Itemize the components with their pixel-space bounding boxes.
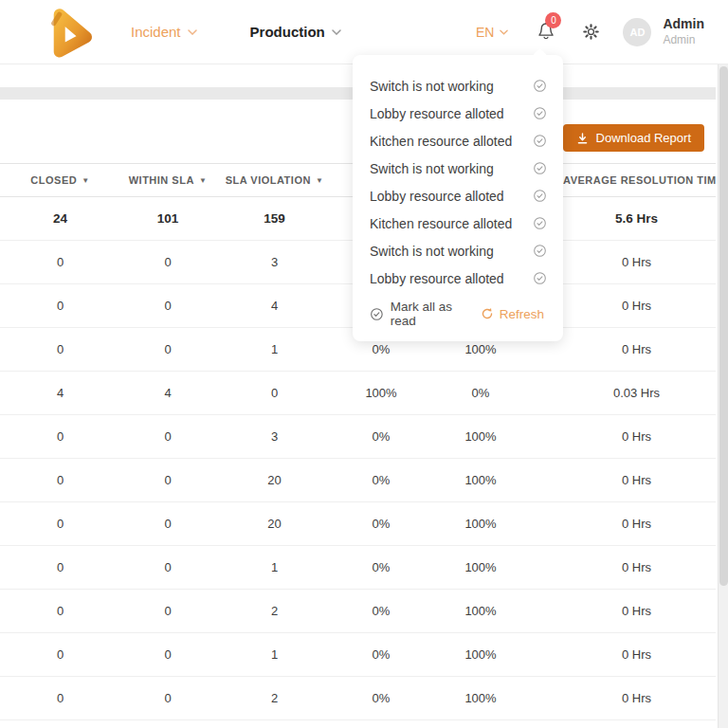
header-right: EN 0 xyxy=(476,16,728,47)
table-cell: 0 xyxy=(0,633,120,677)
table-cell: 0% xyxy=(334,546,428,590)
table-row: 0010%100%0 Hrs xyxy=(0,633,716,677)
table-cell: 3 xyxy=(215,415,334,459)
dropdown-footer: Mark all as read Refresh xyxy=(370,300,544,328)
table-cell: 0% xyxy=(334,459,428,502)
table-row: 0010%100%0 Hrs xyxy=(0,546,716,590)
notification-item[interactable]: Lobby resource alloted xyxy=(353,264,563,292)
notification-label: Switch is not working xyxy=(370,161,494,176)
notification-count-badge: 0 xyxy=(545,12,561,28)
table-cell: 0 Hrs xyxy=(533,459,716,502)
table-row: 0020%100%0 Hrs xyxy=(0,590,716,633)
brand-logo[interactable] xyxy=(27,3,102,62)
table-row: 0030%100%0 Hrs xyxy=(0,415,716,459)
mark-read-icon[interactable] xyxy=(533,189,547,203)
nav-production-label: Production xyxy=(250,24,325,40)
language-label: EN xyxy=(476,25,494,40)
table-cell: 0 xyxy=(0,415,120,459)
table-cell: 0 xyxy=(120,502,215,546)
sort-caret-icon[interactable]: ▼ xyxy=(199,176,207,185)
mark-read-icon[interactable] xyxy=(533,244,547,258)
nav-item-production[interactable]: Production xyxy=(250,24,341,40)
brand-logo-icon xyxy=(27,4,100,61)
notification-item[interactable]: Switch is not working xyxy=(353,72,563,100)
table-cell: 0 xyxy=(0,459,120,502)
refresh-label: Refresh xyxy=(500,307,544,321)
table-cell: 0 xyxy=(120,633,215,677)
table-cell: 2 xyxy=(215,590,334,633)
mark-read-icon[interactable] xyxy=(533,79,547,93)
table-cell: 100% xyxy=(428,502,533,546)
table-cell: 101 xyxy=(120,197,215,241)
scrollbar-thumb[interactable] xyxy=(719,66,728,586)
download-report-button[interactable]: Download Report xyxy=(563,124,704,152)
table-cell: 0% xyxy=(428,372,533,415)
mark-read-icon[interactable] xyxy=(533,106,547,120)
table-cell: 0 Hrs xyxy=(533,546,716,590)
mark-all-as-read-button[interactable]: Mark all as read xyxy=(370,300,481,328)
notification-item[interactable]: Kitchen resource alloted xyxy=(353,209,563,237)
table-row: 0020%100%0 Hrs xyxy=(0,677,716,720)
column-label: WITHIN SLA xyxy=(129,174,194,186)
refresh-icon xyxy=(481,307,494,320)
notifications-button[interactable]: 0 xyxy=(537,21,557,44)
table-cell: 2 xyxy=(215,677,334,720)
table-cell: 20 xyxy=(215,459,334,502)
table-cell: 100% xyxy=(428,633,533,677)
mark-read-icon[interactable] xyxy=(533,134,547,148)
notifications-dropdown: Switch is not workingLobby resource allo… xyxy=(353,55,563,341)
mark-read-icon[interactable] xyxy=(533,271,547,285)
column-header-within-sla[interactable]: WITHIN SLA▼ xyxy=(120,164,215,197)
mark-read-icon[interactable] xyxy=(533,216,547,230)
table-cell: 0 xyxy=(215,372,334,415)
table-cell: 3 xyxy=(215,241,334,284)
settings-button[interactable] xyxy=(582,23,600,41)
table-cell: 0 xyxy=(120,459,215,502)
table-cell: 0 xyxy=(0,284,120,328)
table-cell: 100% xyxy=(428,546,533,590)
notification-label: Switch is not working xyxy=(370,244,494,259)
app-root: Incident Production EN 0 xyxy=(0,0,728,728)
notification-item[interactable]: Switch is not working xyxy=(353,237,563,264)
table-cell: 100% xyxy=(334,372,428,415)
notification-list: Switch is not workingLobby resource allo… xyxy=(353,55,563,292)
notification-label: Kitchen resource alloted xyxy=(370,134,512,149)
table-cell: 0 Hrs xyxy=(533,590,716,633)
avatar[interactable]: AD xyxy=(623,18,651,46)
vertical-scrollbar[interactable] xyxy=(718,64,728,728)
user-role: Admin xyxy=(663,33,704,47)
nav-incident-label: Incident xyxy=(131,24,181,40)
table-cell: 0 xyxy=(120,415,215,459)
column-header-sla-violation[interactable]: SLA VIOLATION▼ xyxy=(215,164,334,197)
notification-item[interactable]: Lobby resource alloted xyxy=(353,100,563,127)
nav-item-incident[interactable]: Incident xyxy=(131,24,197,40)
notification-label: Lobby resource alloted xyxy=(370,106,504,121)
table-cell: 0 xyxy=(120,677,215,720)
avatar-initials: AD xyxy=(629,27,645,38)
user-info[interactable]: Admin Admin xyxy=(663,16,704,47)
chevron-down-icon xyxy=(188,29,197,35)
sort-caret-icon[interactable]: ▼ xyxy=(316,176,323,185)
table-cell: 100% xyxy=(428,415,533,459)
table-row: 440100%0%0.03 Hrs xyxy=(0,372,716,415)
table-cell: 0 Hrs xyxy=(533,415,716,459)
table-cell: 20 xyxy=(215,502,334,546)
column-header-closed[interactable]: CLOSED▼ xyxy=(0,164,120,197)
column-label: AVERAGE RESOLUTION TIME xyxy=(563,174,716,186)
table-cell: 0% xyxy=(334,590,428,633)
refresh-button[interactable]: Refresh xyxy=(481,307,544,321)
notification-item[interactable]: Switch is not working xyxy=(353,155,563,182)
table-cell: 0% xyxy=(334,415,428,459)
language-selector[interactable]: EN xyxy=(476,25,508,40)
notification-label: Switch is not working xyxy=(370,79,494,94)
table-cell: 0 xyxy=(0,546,120,590)
sort-caret-icon[interactable]: ▼ xyxy=(82,176,89,185)
table-cell: 0 xyxy=(120,590,215,633)
table-cell: 0 xyxy=(120,328,215,372)
table-cell: 0% xyxy=(334,633,428,677)
notification-item[interactable]: Kitchen resource alloted xyxy=(353,127,563,155)
notification-item[interactable]: Lobby resource alloted xyxy=(353,182,563,209)
check-circle-icon xyxy=(370,307,384,321)
table-cell: 0 Hrs xyxy=(533,502,716,546)
mark-read-icon[interactable] xyxy=(533,161,547,175)
